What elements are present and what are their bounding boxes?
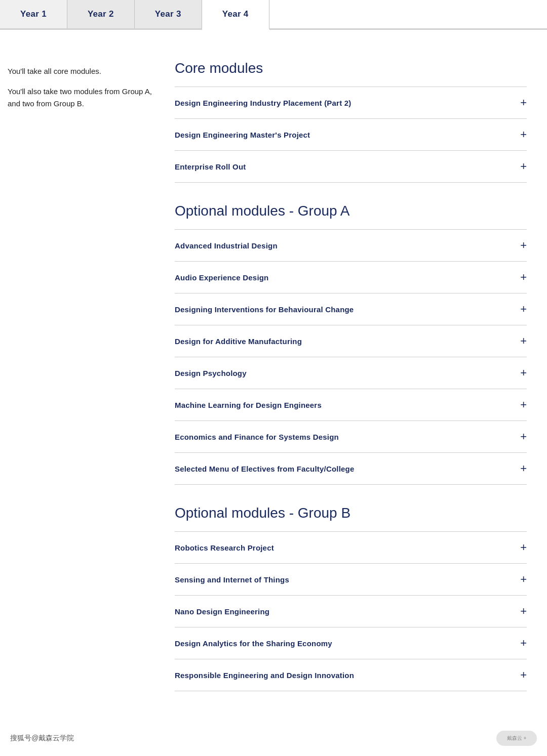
expand-icon: +	[520, 638, 527, 649]
year-tab-2[interactable]: Year 2	[67, 0, 135, 28]
year-tab-3[interactable]: Year 3	[135, 0, 202, 28]
core-modules-heading: Core modules	[175, 60, 527, 76]
expand-icon: +	[520, 161, 527, 172]
optional-group-b-list: Robotics Research Project + Sensing and …	[175, 531, 527, 691]
module-item[interactable]: Machine Learning for Design Engineers +	[175, 389, 527, 421]
expand-icon: +	[520, 335, 527, 347]
module-name: Advanced Industrial Design	[175, 241, 278, 250]
sidebar-line2: You'll also take two modules from Group …	[8, 86, 154, 110]
modules-panel: Core modules Design Engineering Industry…	[170, 60, 527, 711]
expand-icon: +	[520, 574, 527, 585]
module-item[interactable]: Design Analytics for the Sharing Economy…	[175, 627, 527, 659]
module-name: Design Engineering Master's Project	[175, 131, 310, 139]
expand-icon: +	[520, 367, 527, 379]
module-name: Audio Experience Design	[175, 273, 268, 282]
module-name: Responsible Engineering and Design Innov…	[175, 671, 354, 680]
module-item[interactable]: Advanced Industrial Design +	[175, 229, 527, 262]
main-content: You'll take all core modules. You'll als…	[0, 30, 547, 742]
core-modules-list: Design Engineering Industry Placement (P…	[175, 87, 527, 183]
module-item[interactable]: Enterprise Roll Out +	[175, 151, 527, 183]
optional-group-b-section: Optional modules - Group B Robotics Rese…	[175, 505, 527, 691]
expand-icon: +	[520, 669, 527, 681]
module-name: Design Psychology	[175, 369, 247, 377]
module-item[interactable]: Selected Menu of Electives from Faculty/…	[175, 453, 527, 485]
module-name: Design Engineering Industry Placement (P…	[175, 99, 351, 107]
expand-icon: +	[520, 129, 527, 140]
module-name: Enterprise Roll Out	[175, 162, 246, 171]
optional-group-a-list: Advanced Industrial Design + Audio Exper…	[175, 229, 527, 485]
module-item[interactable]: Sensing and Internet of Things +	[175, 564, 527, 596]
module-item[interactable]: Nano Design Engineering +	[175, 596, 527, 627]
module-name: Robotics Research Project	[175, 543, 274, 552]
core-modules-section: Core modules Design Engineering Industry…	[175, 60, 527, 183]
module-item[interactable]: Design Engineering Master's Project +	[175, 119, 527, 151]
module-item[interactable]: Economics and Finance for Systems Design…	[175, 421, 527, 453]
optional-group-b-heading: Optional modules - Group B	[175, 505, 527, 521]
expand-icon: +	[520, 240, 527, 251]
module-item[interactable]: Designing Interventions for Behavioural …	[175, 293, 527, 325]
expand-icon: +	[520, 431, 527, 442]
expand-icon: +	[520, 606, 527, 617]
module-name: Design for Additive Manufacturing	[175, 337, 302, 346]
expand-icon: +	[520, 272, 527, 283]
expand-icon: +	[520, 304, 527, 315]
module-item[interactable]: Design for Additive Manufacturing +	[175, 325, 527, 357]
year-tabs: Year 1Year 2Year 3Year 4	[0, 0, 547, 30]
year-tab-4[interactable]: Year 4	[202, 0, 269, 30]
expand-icon: +	[520, 97, 527, 108]
module-item[interactable]: Design Engineering Industry Placement (P…	[175, 87, 527, 119]
expand-icon: +	[520, 542, 527, 553]
module-item[interactable]: Audio Experience Design +	[175, 262, 527, 293]
module-name: Machine Learning for Design Engineers	[175, 401, 322, 409]
module-name: Designing Interventions for Behavioural …	[175, 305, 354, 314]
sidebar-line1: You'll take all core modules.	[8, 65, 154, 77]
module-name: Nano Design Engineering	[175, 607, 269, 616]
module-name: Economics and Finance for Systems Design	[175, 433, 339, 441]
optional-group-a-heading: Optional modules - Group A	[175, 203, 527, 219]
module-item[interactable]: Robotics Research Project +	[175, 531, 527, 564]
module-name: Design Analytics for the Sharing Economy	[175, 639, 332, 648]
expand-icon: +	[520, 463, 527, 474]
sidebar-description: You'll take all core modules. You'll als…	[8, 60, 170, 711]
year-tab-1[interactable]: Year 1	[0, 0, 67, 28]
module-name: Sensing and Internet of Things	[175, 575, 289, 584]
module-item[interactable]: Design Psychology +	[175, 357, 527, 389]
expand-icon: +	[520, 399, 527, 410]
module-item[interactable]: Responsible Engineering and Design Innov…	[175, 659, 527, 691]
optional-group-a-section: Optional modules - Group A Advanced Indu…	[175, 203, 527, 485]
module-name: Selected Menu of Electives from Faculty/…	[175, 465, 355, 473]
